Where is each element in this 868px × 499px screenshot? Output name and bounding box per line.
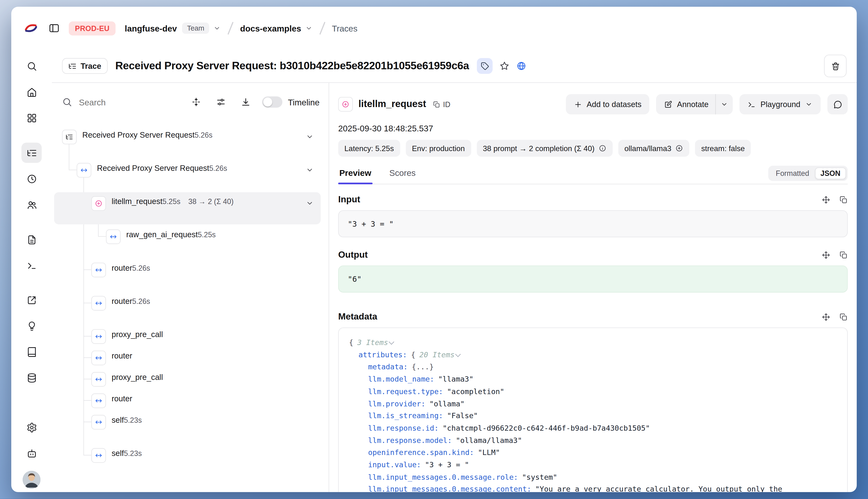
rail-docs[interactable] <box>21 342 41 362</box>
copy-icon[interactable] <box>839 251 848 259</box>
tree-node-router[interactable]: router5.26s <box>52 293 329 326</box>
tree-node-router[interactable]: router5.26s <box>52 260 329 293</box>
tree-node-router[interactable]: router <box>52 391 329 412</box>
sidebar-toggle-icon[interactable] <box>48 23 60 34</box>
tab-scores[interactable]: Scores <box>388 168 417 184</box>
output-section-header: Output <box>338 250 848 260</box>
rail-search[interactable] <box>21 56 41 76</box>
rail-playground[interactable] <box>21 255 41 276</box>
tree-node-proxy-pre-call[interactable]: proxy_pre_call <box>52 369 329 391</box>
tree-node-litellm-request[interactable]: litellm_request5.25s38 → 2 (Σ 40) <box>52 193 329 227</box>
span-type-chip <box>91 296 106 311</box>
org-switcher-chevron-icon[interactable] <box>213 24 221 32</box>
tree-node-self[interactable]: self5.23s <box>52 445 329 478</box>
breadcrumb-traces[interactable]: Traces <box>332 23 357 33</box>
metadata-section-header: Metadata <box>338 312 848 322</box>
tree-node-received-proxy-server-request[interactable]: Received Proxy Server Request5.26s <box>52 127 329 160</box>
langfuse-logo-icon <box>24 21 38 36</box>
chevron-down-icon[interactable] <box>306 199 314 207</box>
timeline-toggle[interactable] <box>262 97 282 108</box>
project-switcher-chevron-icon[interactable] <box>305 24 313 32</box>
project-name[interactable]: docs-examples <box>240 23 301 33</box>
copy-icon[interactable] <box>839 313 848 321</box>
node-name: router <box>112 263 132 272</box>
rail-prompts[interactable] <box>21 230 41 250</box>
chevron-down-icon <box>805 100 813 108</box>
json-line: llm.provider:"ollama" <box>349 398 837 410</box>
circle-plus-icon[interactable] <box>675 144 683 152</box>
annotate-button[interactable]: Annotate <box>656 94 715 114</box>
export-icon[interactable] <box>241 97 251 107</box>
rail-evaluation[interactable] <box>21 290 41 310</box>
rail-user-avatar[interactable] <box>23 471 41 489</box>
annotate-dropdown-button[interactable] <box>715 94 733 114</box>
tree-node-router[interactable]: router <box>52 348 329 369</box>
tab-preview[interactable]: Preview <box>338 168 372 184</box>
rail-insights[interactable] <box>21 316 41 336</box>
tree-node-self[interactable]: self5.23s <box>52 412 329 445</box>
add-to-datasets-button[interactable]: Add to datasets <box>566 94 649 114</box>
badge-latency: Latency: 5.25s <box>338 140 400 157</box>
annotate-label: Annotate <box>677 100 709 109</box>
rail-users[interactable] <box>21 194 41 215</box>
node-token-usage: 38 → 2 (Σ 40) <box>188 197 234 206</box>
expand-icon[interactable] <box>822 313 830 321</box>
tree-node-received-proxy-server-request[interactable]: Received Proxy Server Request5.26s <box>52 160 329 193</box>
json-key: llm.request.type: <box>368 387 443 395</box>
rail-home[interactable] <box>21 82 41 102</box>
globe-icon[interactable] <box>516 61 526 71</box>
json-line: attributes:{20 Items <box>349 349 837 361</box>
rail-settings[interactable] <box>21 417 41 437</box>
tree-node-raw-gen-ai-request[interactable]: raw_gen_ai_request5.25s <box>52 227 329 260</box>
org-name[interactable]: langfuse-dev <box>125 23 177 33</box>
comment-icon <box>833 100 843 109</box>
json-str: "acompletion" <box>447 387 504 395</box>
chevron-down-icon[interactable] <box>306 133 314 141</box>
view-options-icon[interactable] <box>216 97 226 107</box>
trace-icon <box>68 62 76 70</box>
rail-tracing[interactable] <box>21 143 41 163</box>
arrows-left-right-icon <box>95 299 103 307</box>
info-icon[interactable] <box>599 144 607 152</box>
copy-icon[interactable] <box>839 195 848 204</box>
arrows-left-right-icon <box>95 332 103 340</box>
tree-toolbar: Timeline <box>62 92 320 112</box>
tags-button[interactable] <box>477 58 493 74</box>
badge-text: 38 prompt → 2 completion (Σ 40) <box>483 144 595 153</box>
playground-label: Playground <box>760 100 800 109</box>
delete-button[interactable] <box>824 54 847 77</box>
arrows-left-right-icon <box>95 397 103 405</box>
chevron-down-icon[interactable] <box>306 166 314 174</box>
format-toggle[interactable]: Formatted JSON <box>768 166 848 181</box>
collapse-all-icon[interactable] <box>191 97 201 107</box>
json-str: "chatcmpl-d96622c0-c642-446f-b9ad-b7a430… <box>443 424 650 433</box>
copy-id-button[interactable]: ID <box>433 100 450 109</box>
json-str: "LLM" <box>478 448 500 457</box>
json-collapse-toggle[interactable]: 20 Items <box>419 351 464 359</box>
node-name: router <box>112 296 132 305</box>
rail-assistant[interactable] <box>21 443 41 463</box>
comments-button[interactable] <box>827 94 847 114</box>
metadata-json-viewer: {3 Itemsattributes:{20 Itemsmetadata:{..… <box>338 327 848 492</box>
node-name: router <box>112 351 132 360</box>
playground-button[interactable]: Playground <box>739 94 821 114</box>
rail-dashboards[interactable] <box>21 108 41 128</box>
trace-tree: Received Proxy Server Request5.26sReceiv… <box>52 127 329 478</box>
observation-actions: Add to datasets Annotate <box>566 94 848 114</box>
top-navbar: PROD-EU langfuse-dev Team docs-examples … <box>11 7 857 50</box>
json-collapse-toggle[interactable]: 3 Items <box>357 338 397 347</box>
json-brace: { <box>349 338 353 347</box>
format-option-json[interactable]: JSON <box>815 168 846 179</box>
expand-icon[interactable] <box>822 195 830 204</box>
node-name: raw_gen_ai_request <box>126 230 198 239</box>
json-key: llm.response.model: <box>368 436 452 445</box>
search-input[interactable] <box>78 97 138 108</box>
expand-icon[interactable] <box>822 251 830 259</box>
json-brace: {...} <box>412 363 434 371</box>
rail-sessions[interactable] <box>21 169 41 189</box>
star-icon[interactable] <box>499 61 510 71</box>
rail-datasets[interactable] <box>21 368 41 388</box>
tree-node-proxy-pre-call[interactable]: proxy_pre_call <box>52 327 329 348</box>
format-option-formatted[interactable]: Formatted <box>770 168 815 179</box>
json-key: llm.provider: <box>368 399 425 408</box>
